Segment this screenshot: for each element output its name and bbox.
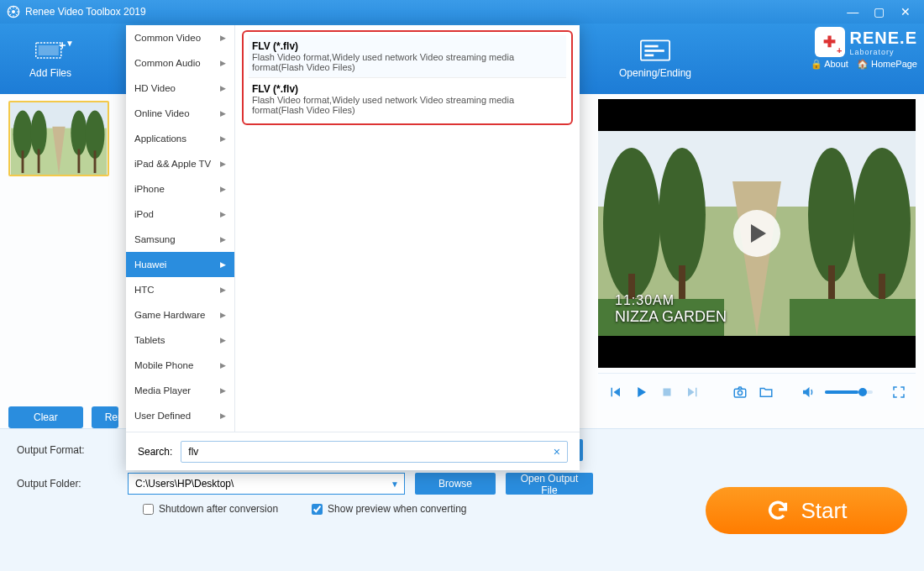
open-folder-button[interactable]	[757, 383, 774, 401]
svg-point-1	[12, 10, 15, 13]
player-controls	[598, 373, 916, 410]
popup-search-row: Search: ×	[126, 432, 580, 470]
category-item[interactable]: iPhone▶	[126, 176, 234, 202]
refresh-icon	[766, 499, 790, 522]
source-thumbnail[interactable]	[8, 101, 109, 176]
chevron-down-icon: ▼	[391, 479, 399, 489]
svg-rect-32	[664, 388, 671, 396]
remove-button[interactable]: Remove	[92, 406, 118, 428]
minimize-button[interactable]: —	[841, 5, 864, 18]
category-item[interactable]: Mobile Phone▶	[126, 353, 234, 378]
svg-rect-6	[644, 50, 664, 52]
search-box[interactable]: ×	[181, 441, 568, 463]
preview-caption: 11:30AM NIZZA GARDEN	[615, 293, 727, 326]
browse-button[interactable]: Browse	[415, 473, 496, 495]
category-item[interactable]: Online Video▶	[126, 101, 234, 126]
snapshot-button[interactable]	[731, 383, 748, 401]
category-item[interactable]: Media Player▶	[126, 378, 234, 403]
category-item[interactable]: Common Audio▶	[126, 50, 234, 76]
category-item[interactable]: Game Hardware▶	[126, 302, 234, 327]
caption-place: NIZZA GARDEN	[615, 308, 727, 326]
output-folder-value: C:\Users\HP\Desktop\	[135, 478, 234, 490]
svg-rect-3	[39, 45, 59, 55]
about-link[interactable]: 🔒 About	[811, 59, 848, 70]
svg-rect-7	[644, 55, 654, 57]
svg-point-13	[71, 111, 87, 156]
output-folder-combo[interactable]: C:\Users\HP\Desktop\ ▼	[128, 473, 405, 495]
play-button[interactable]	[633, 383, 650, 401]
clear-button[interactable]: Clear	[8, 406, 83, 428]
category-item[interactable]: User Defined▶	[126, 403, 234, 428]
brand-area: ✚ RENE.E Laboratory 🔒 About 🏠 HomePage	[811, 27, 917, 70]
category-item[interactable]: Applications▶	[126, 126, 234, 151]
preview-panel: 11:30AM NIZZA GARDEN	[598, 99, 916, 368]
next-button[interactable]	[684, 383, 701, 401]
stop-button[interactable]	[659, 383, 676, 401]
category-item[interactable]: HTC▶	[126, 277, 234, 302]
app-icon	[7, 5, 20, 18]
format-item[interactable]: FLV (*.flv)Flash Video format,Widely use…	[249, 35, 566, 78]
category-item[interactable]: iPad && Apple TV▶	[126, 151, 234, 176]
svg-point-34	[738, 390, 742, 395]
add-files-button[interactable]: Add Files ▼	[8, 25, 92, 92]
subtitle-icon	[640, 39, 670, 62]
start-label: Start	[801, 498, 848, 524]
search-input[interactable]	[188, 446, 553, 458]
svg-point-24	[808, 148, 855, 282]
category-item[interactable]: iPod▶	[126, 202, 234, 227]
svg-point-23	[659, 148, 706, 282]
title-bar: Renee Video Toolbox 2019 — ▢ ✕	[0, 0, 924, 24]
prev-button[interactable]	[606, 383, 624, 401]
chevron-down-icon: ▼	[66, 39, 74, 48]
start-button[interactable]: Start	[706, 487, 907, 534]
category-item[interactable]: Common Video▶	[126, 25, 234, 50]
category-item[interactable]: Tablets▶	[126, 327, 234, 353]
opening-ending-button[interactable]: Opening/Ending	[613, 25, 697, 92]
format-item[interactable]: FLV (*.flv)Flash Video format,Widely use…	[249, 78, 566, 120]
brand-sub: Laboratory	[850, 48, 917, 56]
output-folder-label: Output Folder:	[17, 478, 118, 490]
window-controls: — ▢ ✕	[841, 5, 917, 18]
format-highlight-box: FLV (*.flv)Flash Video format,Widely use…	[242, 30, 573, 125]
app-title: Renee Video Toolbox 2019	[25, 6, 146, 18]
brand-name: RENE.E	[850, 29, 917, 48]
search-label: Search:	[138, 446, 172, 458]
format-popup: Common Video▶Common Audio▶HD Video▶Onlin…	[126, 25, 580, 470]
fullscreen-button[interactable]	[890, 383, 907, 401]
output-format-label: Output Format:	[17, 444, 118, 456]
caption-time: 11:30AM	[615, 293, 727, 308]
show-preview-checkbox[interactable]: Show preview when converting	[312, 503, 466, 515]
volume-icon[interactable]	[800, 383, 817, 401]
svg-rect-31	[790, 299, 916, 336]
category-item[interactable]: Huawei▶	[126, 252, 234, 277]
play-overlay-button[interactable]	[733, 210, 780, 257]
category-item[interactable]: HD Video▶	[126, 76, 234, 101]
volume-slider[interactable]	[825, 390, 873, 394]
clear-search-icon[interactable]: ×	[554, 445, 560, 458]
format-list: FLV (*.flv)Flash Video format,Widely use…	[235, 25, 580, 432]
maximize-button[interactable]: ▢	[868, 5, 891, 18]
opening-ending-label: Opening/Ending	[619, 67, 691, 79]
film-add-icon	[35, 39, 66, 62]
close-button[interactable]: ✕	[894, 5, 917, 18]
category-item[interactable]: Samsung▶	[126, 227, 234, 252]
homepage-link[interactable]: 🏠 HomePage	[857, 59, 917, 70]
svg-point-12	[31, 111, 47, 156]
thumbnail-scene	[10, 102, 108, 175]
list-action-buttons: Clear Remove	[8, 406, 118, 428]
shutdown-checkbox[interactable]: Shutdown after conversion	[143, 503, 278, 515]
category-list[interactable]: Common Video▶Common Audio▶HD Video▶Onlin…	[126, 25, 235, 432]
svg-rect-5	[644, 45, 658, 48]
open-output-file-button[interactable]: Open Output File	[506, 473, 593, 495]
brand-logo-icon: ✚	[815, 27, 845, 57]
add-files-label: Add Files	[29, 67, 71, 79]
